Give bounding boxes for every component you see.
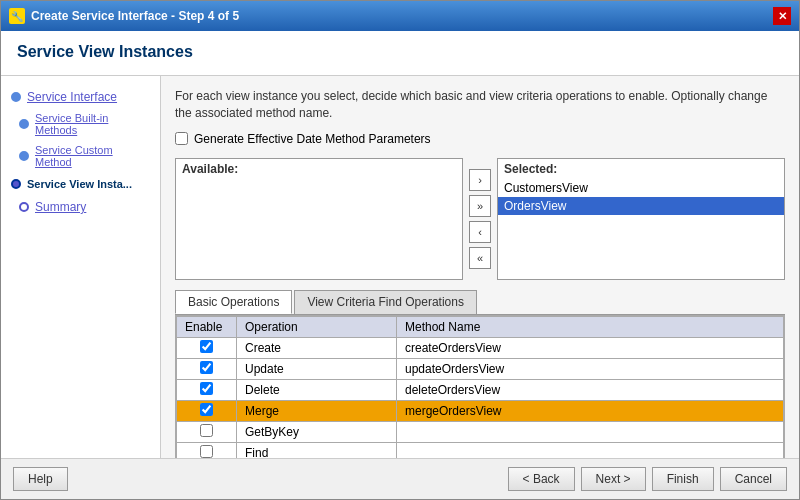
- col-header-operation: Operation: [237, 316, 397, 337]
- sidebar-label-service-interface: Service Interface: [27, 90, 117, 104]
- table-row-merge[interactable]: Merge mergeOrdersView: [177, 400, 784, 421]
- cancel-button[interactable]: Cancel: [720, 467, 787, 491]
- description-text: For each view instance you select, decid…: [175, 88, 785, 122]
- operation-delete: Delete: [237, 379, 397, 400]
- sidebar-label-summary: Summary: [35, 200, 86, 214]
- operation-merge: Merge: [237, 400, 397, 421]
- available-header: Available:: [176, 159, 462, 179]
- selected-header: Selected:: [498, 159, 784, 179]
- footer-right: < Back Next > Finish Cancel: [508, 467, 787, 491]
- move-left-all-button[interactable]: «: [469, 247, 491, 269]
- selected-list[interactable]: CustomersView OrdersView: [498, 179, 784, 279]
- method-delete: deleteOrdersView: [397, 379, 784, 400]
- col-header-enable: Enable: [177, 316, 237, 337]
- move-right-all-button[interactable]: »: [469, 195, 491, 217]
- transfer-buttons: › » ‹ «: [463, 158, 497, 280]
- main-panel: For each view instance you select, decid…: [161, 76, 799, 458]
- operation-getbykey: GetByKey: [237, 421, 397, 442]
- window-title: Create Service Interface - Step 4 of 5: [31, 9, 239, 23]
- sidebar-item-service-interface[interactable]: Service Interface: [9, 86, 152, 108]
- sidebar-dot-5: [19, 202, 29, 212]
- next-button[interactable]: Next >: [581, 467, 646, 491]
- content-area: Service Interface Service Built-in Metho…: [1, 76, 799, 458]
- tabs: Basic Operations View Criteria Find Oper…: [175, 290, 785, 315]
- title-bar: 🔧 Create Service Interface - Step 4 of 5…: [1, 1, 799, 31]
- operations-table: Enable Operation Method Name Create crea…: [176, 316, 784, 458]
- checkbox-merge[interactable]: [200, 403, 213, 416]
- sidebar-dot-4: [11, 179, 21, 189]
- tab-basic-operations[interactable]: Basic Operations: [175, 290, 292, 314]
- checkbox-update[interactable]: [200, 361, 213, 374]
- effective-date-checkbox[interactable]: [175, 132, 188, 145]
- window-icon: 🔧: [9, 8, 25, 24]
- selected-item-ordersview[interactable]: OrdersView: [498, 197, 784, 215]
- close-button[interactable]: ✕: [773, 7, 791, 25]
- sidebar-item-service-built-in[interactable]: Service Built-in Methods: [17, 108, 152, 140]
- sidebar-label-custom-method: Service Custom Method: [35, 144, 150, 168]
- move-left-button[interactable]: ‹: [469, 221, 491, 243]
- title-bar-left: 🔧 Create Service Interface - Step 4 of 5: [9, 8, 239, 24]
- selected-item-customersview[interactable]: CustomersView: [498, 179, 784, 197]
- sidebar-label-built-in: Service Built-in Methods: [35, 112, 150, 136]
- footer-left: Help: [13, 467, 68, 491]
- available-list[interactable]: [176, 179, 462, 279]
- selected-panel: Selected: CustomersView OrdersView: [497, 158, 785, 280]
- sidebar-label-view-instances: Service View Insta...: [27, 178, 132, 190]
- move-right-button[interactable]: ›: [469, 169, 491, 191]
- transfer-area: Available: › » ‹ « Selected: CustomersVi…: [175, 158, 785, 280]
- sidebar: Service Interface Service Built-in Metho…: [1, 76, 161, 458]
- table-row-create: Create createOrdersView: [177, 337, 784, 358]
- back-button[interactable]: < Back: [508, 467, 575, 491]
- method-create: createOrdersView: [397, 337, 784, 358]
- sidebar-dot-1: [11, 92, 21, 102]
- col-header-method: Method Name: [397, 316, 784, 337]
- sidebar-dot-2: [19, 119, 29, 129]
- operation-create: Create: [237, 337, 397, 358]
- finish-button[interactable]: Finish: [652, 467, 714, 491]
- table-row-delete: Delete deleteOrdersView: [177, 379, 784, 400]
- effective-date-row: Generate Effective Date Method Parameter…: [175, 132, 785, 146]
- operation-find: Find: [237, 442, 397, 458]
- checkbox-find[interactable]: [200, 445, 213, 458]
- checkbox-getbykey[interactable]: [200, 424, 213, 437]
- method-update: updateOrdersView: [397, 358, 784, 379]
- header-area: Service View Instances: [1, 31, 799, 76]
- checkbox-create[interactable]: [200, 340, 213, 353]
- tab-view-criteria[interactable]: View Criteria Find Operations: [294, 290, 477, 314]
- page-title: Service View Instances: [17, 43, 783, 61]
- main-window: 🔧 Create Service Interface - Step 4 of 5…: [0, 0, 800, 500]
- sidebar-item-custom-method[interactable]: Service Custom Method: [17, 140, 152, 172]
- effective-date-label: Generate Effective Date Method Parameter…: [194, 132, 431, 146]
- table-row-find: Find: [177, 442, 784, 458]
- operations-table-wrapper: Enable Operation Method Name Create crea…: [175, 315, 785, 458]
- sidebar-dot-3: [19, 151, 29, 161]
- method-find: [397, 442, 784, 458]
- help-button[interactable]: Help: [13, 467, 68, 491]
- table-row-update: Update updateOrdersView: [177, 358, 784, 379]
- table-row-getbykey: GetByKey: [177, 421, 784, 442]
- method-getbykey: [397, 421, 784, 442]
- operation-update: Update: [237, 358, 397, 379]
- checkbox-delete[interactable]: [200, 382, 213, 395]
- sidebar-item-summary[interactable]: Summary: [17, 196, 152, 218]
- method-merge: mergeOrdersView: [397, 400, 784, 421]
- available-panel: Available:: [175, 158, 463, 280]
- sidebar-item-view-instances[interactable]: Service View Insta...: [9, 174, 152, 194]
- footer: Help < Back Next > Finish Cancel: [1, 458, 799, 499]
